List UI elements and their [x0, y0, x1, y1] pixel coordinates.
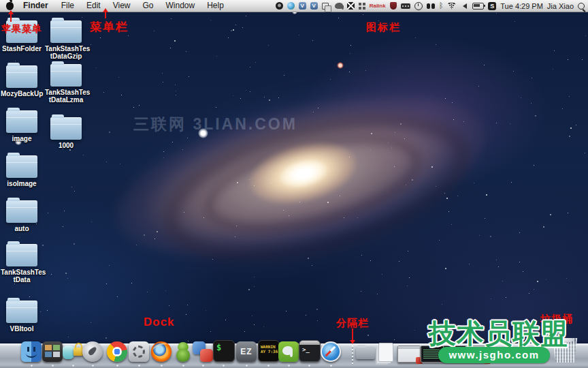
clock-icon[interactable] [414, 2, 423, 10]
folder-icon [6, 244, 37, 266]
dock-evernote[interactable] [278, 341, 299, 362]
padlock-icon [74, 348, 83, 356]
running-indicator [245, 365, 248, 367]
menu-finder[interactable]: Finder [16, 0, 55, 12]
annotation-arrow-up [10, 11, 12, 22]
volume-icon[interactable] [460, 3, 467, 9]
s-badge-icon[interactable]: S [488, 2, 496, 10]
folder-icon [6, 301, 37, 323]
dock-warning-terminal[interactable]: WARNIN AY 7:36 [258, 340, 280, 362]
running-indicator [30, 365, 33, 367]
bright-star [337, 62, 344, 69]
user-menu[interactable]: Jia Xiao [547, 2, 574, 10]
menu-bar: Finder File Edit View Go Window Help V V… [0, 0, 588, 12]
menu-go[interactable]: Go [137, 0, 160, 12]
desktop-folder-tankstashtestdatagzip[interactable]: TankStashTes tDataGzip [45, 20, 87, 60]
grid-icon[interactable] [359, 3, 361, 5]
running-indicator [287, 365, 291, 367]
dock-system-preferences[interactable] [129, 341, 149, 362]
desktop-folder-mozybackup[interactable]: MozyBackUp [1, 65, 43, 97]
dock-downloads-folder[interactable] [355, 341, 376, 362]
annotation-menu-bar: 菜单栏 [90, 19, 129, 35]
evernote-icon[interactable] [335, 3, 343, 9]
dock-documents-stack[interactable] [375, 341, 395, 362]
desktop-folder-tankstashtestdata[interactable]: TankStashTes tData [1, 244, 43, 283]
desktop-folder-tankstashtestdatalzma[interactable]: TankStashTes tDataLzma [45, 64, 87, 104]
ralink-label[interactable]: Ralink [370, 3, 386, 9]
annotation-dock: Dock [144, 316, 175, 329]
dock-terminal-dollar[interactable]: $ [213, 340, 235, 362]
center-watermark: 三联网 3LIAN.COM [133, 114, 297, 135]
binoculars-icon[interactable] [427, 3, 430, 9]
folder-icon [6, 200, 37, 223]
folder-icon [6, 65, 37, 88]
running-indicator [201, 365, 205, 367]
desktop-folder-isoimage[interactable]: isoImage [1, 155, 43, 187]
keyboard-icon[interactable] [401, 3, 410, 9]
folder-icon [6, 155, 37, 178]
dock-finder[interactable] [21, 341, 42, 362]
star-field [0, 0, 588, 368]
dock-green-mascot-app[interactable] [173, 341, 193, 362]
desktop-folder-vbitool[interactable]: VBItool [1, 301, 43, 333]
folder-icon [50, 20, 82, 43]
dock-ez-app[interactable]: EZ [236, 341, 257, 362]
running-indicator [308, 365, 311, 367]
annotation-icon-bar: 图标栏 [366, 21, 401, 34]
desktop-folder-image[interactable]: image [1, 110, 43, 142]
running-indicator [116, 365, 119, 367]
folder-icon [50, 64, 82, 87]
menu-clock[interactable]: Tue 4:29 PM [500, 2, 543, 10]
battery-icon[interactable] [472, 3, 484, 10]
running-indicator [222, 365, 225, 367]
spotlight-icon[interactable] [578, 3, 585, 10]
dock-launchpad[interactable] [82, 341, 103, 362]
desktop-folder-auto[interactable]: auto [1, 200, 43, 232]
running-indicator [160, 365, 163, 367]
desktop: 三联网 3LIAN.COM Finder File Edit View Go W… [0, 0, 588, 368]
windows-icon[interactable] [322, 3, 329, 10]
running-indicator [137, 365, 141, 367]
running-indicator [51, 365, 54, 367]
wifi-icon[interactable] [447, 3, 456, 10]
globe-icon[interactable] [287, 2, 295, 10]
running-indicator [91, 365, 95, 367]
desktop-folder-1000[interactable]: 1000 [45, 117, 87, 149]
red-square [200, 349, 213, 362]
dock-screenshot-gallery[interactable] [42, 341, 63, 362]
dock-terminal[interactable]: >_ [299, 340, 321, 362]
annotation-arrow-up [105, 9, 106, 18]
bluetooth-icon[interactable]: ᛒ [439, 2, 444, 10]
folder-icon [50, 117, 82, 140]
dock-red-blue-app[interactable] [193, 341, 213, 362]
x-box-icon[interactable] [347, 2, 355, 10]
menu-window[interactable]: Window [160, 0, 201, 12]
folder-icon [6, 110, 37, 133]
dock-separator [352, 346, 353, 365]
vpn-icon-1[interactable]: V [299, 2, 306, 10]
menu-file[interactable]: File [55, 0, 80, 12]
watermark-url: www.jsgho.com [438, 347, 550, 363]
running-indicator [71, 365, 75, 367]
annotation-arrow-down [352, 328, 353, 343]
running-indicator [182, 365, 185, 367]
menu-help[interactable]: Help [201, 0, 230, 12]
dock-chrome[interactable] [107, 341, 127, 362]
annotation-apple-menu: 苹果菜单 [1, 23, 42, 35]
dock-disk-lock-app[interactable] [63, 341, 83, 362]
vpn-icon-2[interactable]: V [310, 2, 318, 10]
dock-safari[interactable] [321, 341, 341, 362]
webcam-icon[interactable] [276, 2, 283, 10]
menu-view[interactable]: View [107, 0, 137, 12]
running-indicator [267, 365, 270, 367]
galaxy-wallpaper [0, 0, 588, 368]
dock-minimized-window-1[interactable] [397, 346, 421, 363]
dock-firefox[interactable] [151, 341, 172, 362]
shield-icon[interactable] [390, 2, 397, 10]
running-indicator [329, 365, 333, 367]
